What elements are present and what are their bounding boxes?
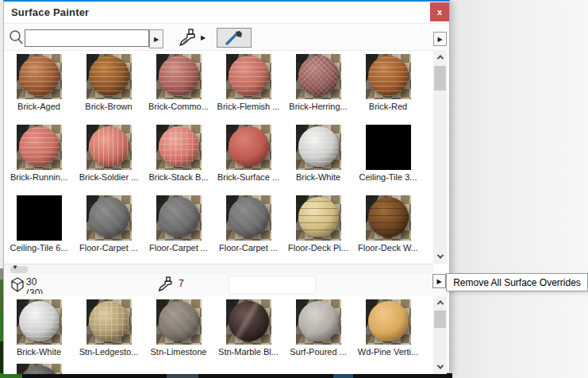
material-thumb bbox=[296, 195, 341, 241]
surface-count-sub: (30) bbox=[26, 287, 43, 294]
splitter-handle[interactable]: ▼ bbox=[10, 266, 28, 273]
material-thumb bbox=[296, 125, 341, 170]
scroll-up-icon[interactable] bbox=[433, 51, 447, 64]
brush-menu-arrow-icon[interactable]: ▶ bbox=[201, 34, 206, 41]
material-tile[interactable]: Brick-White bbox=[283, 125, 353, 195]
material-sphere bbox=[298, 197, 339, 237]
material-sphere bbox=[159, 197, 199, 237]
material-tile[interactable]: Brick-Flemish ... bbox=[213, 54, 283, 125]
material-label: Floor-Carpet ... bbox=[74, 243, 144, 253]
material-thumb bbox=[86, 299, 132, 345]
paint-brush-icon[interactable] bbox=[177, 29, 199, 51]
material-sphere bbox=[368, 56, 409, 96]
palette-splitter[interactable]: ▼ bbox=[4, 264, 433, 274]
statusbar-flyout-button[interactable]: ▶ bbox=[432, 274, 446, 288]
material-sphere bbox=[298, 56, 339, 96]
material-thumb bbox=[296, 299, 341, 345]
material-sphere bbox=[159, 126, 199, 167]
material-sphere bbox=[368, 301, 409, 341]
material-thumb bbox=[366, 125, 411, 170]
material-sphere bbox=[159, 56, 199, 96]
material-tile[interactable]: Brick-Runnin... bbox=[4, 125, 74, 195]
close-icon[interactable]: x bbox=[430, 2, 449, 21]
material-thumb bbox=[226, 195, 271, 241]
search-input[interactable] bbox=[25, 29, 149, 47]
material-tile[interactable]: Brick-Red bbox=[353, 54, 423, 125]
material-label: Ceiling-Tile 6... bbox=[4, 243, 74, 253]
material-tile[interactable]: Brick-White bbox=[4, 299, 74, 364]
material-label: Brick-Surface ... bbox=[213, 172, 283, 182]
material-thumb bbox=[17, 125, 62, 170]
titlebar[interactable]: Surface Painter x bbox=[4, 2, 449, 24]
scroll-thumb[interactable] bbox=[434, 310, 446, 328]
material-tile[interactable]: Floor-Deck W... bbox=[353, 195, 423, 264]
surface-count: 30 (30) bbox=[26, 276, 43, 294]
material-tile[interactable]: Brick-Aged bbox=[4, 54, 74, 125]
eyedropper-button[interactable] bbox=[217, 28, 252, 48]
material-tile[interactable]: Brick-Surface ... bbox=[213, 125, 283, 195]
material-label: Stn-Limestone bbox=[144, 347, 213, 357]
palette-flyout-button[interactable]: ▶ bbox=[433, 32, 447, 46]
material-label: Brick-Brown bbox=[74, 102, 144, 111]
material-tile[interactable] bbox=[4, 364, 74, 374]
status-field[interactable] bbox=[229, 276, 316, 294]
material-label: Brick-Herring... bbox=[283, 102, 353, 111]
statusbar: 30 (30) 7 bbox=[4, 274, 447, 296]
material-sphere bbox=[89, 301, 129, 341]
material-tile[interactable]: Surf-Poured ... bbox=[283, 299, 353, 364]
material-tile[interactable]: Brick-Stack B... bbox=[144, 125, 213, 195]
material-sphere bbox=[298, 301, 339, 341]
material-tile[interactable]: Stn-Ledgesto... bbox=[74, 299, 144, 364]
material-thumb bbox=[366, 195, 411, 241]
material-thumb bbox=[156, 195, 202, 241]
collapse-arrow-icon: ▼ bbox=[12, 264, 18, 271]
material-thumb bbox=[296, 54, 341, 99]
scroll-thumb[interactable] bbox=[434, 66, 446, 91]
material-thumb bbox=[86, 195, 132, 241]
material-thumb bbox=[17, 364, 62, 374]
scrollbar-top[interactable] bbox=[433, 51, 447, 264]
material-thumb bbox=[17, 195, 62, 241]
material-sphere bbox=[19, 126, 60, 167]
scroll-down-icon[interactable] bbox=[433, 361, 447, 373]
material-tile[interactable]: Brick-Commo... bbox=[144, 54, 213, 125]
surface-catalog-top: Brick-AgedBrick-BrownBrick-Commo...Brick… bbox=[4, 51, 433, 264]
material-thumb bbox=[86, 54, 132, 99]
material-label: Surf-Poured ... bbox=[283, 347, 353, 357]
material-thumb bbox=[156, 299, 202, 345]
material-thumb bbox=[156, 125, 202, 170]
material-label: Brick-White bbox=[4, 347, 74, 357]
menu-item-remove-all-overrides[interactable]: Remove All Surface Overrides bbox=[447, 274, 587, 291]
material-tile[interactable]: Floor-Carpet ... bbox=[213, 195, 283, 264]
material-sphere bbox=[298, 126, 339, 167]
material-tile[interactable]: Brick-Herring... bbox=[283, 54, 353, 125]
material-tile[interactable]: Floor-Carpet ... bbox=[144, 195, 213, 264]
material-tile[interactable]: Ceiling-Tile 3... bbox=[353, 125, 423, 195]
material-tile[interactable]: Floor-Deck Pi... bbox=[283, 195, 353, 264]
material-thumb bbox=[86, 125, 132, 170]
material-sphere bbox=[89, 126, 129, 167]
material-sphere bbox=[368, 197, 409, 237]
material-label: Floor-Carpet ... bbox=[144, 243, 213, 253]
material-tile[interactable]: Stn-Marble Bl... bbox=[213, 299, 283, 364]
material-label: Brick-White bbox=[283, 172, 353, 182]
material-tile[interactable]: Wd-Pine Verti... bbox=[353, 299, 423, 364]
scrollbar-bottom[interactable] bbox=[433, 296, 447, 374]
material-thumb bbox=[226, 299, 271, 345]
material-thumb bbox=[226, 125, 271, 170]
material-tile[interactable]: Floor-Carpet ... bbox=[74, 195, 144, 264]
material-sphere bbox=[19, 365, 60, 374]
material-tile[interactable]: Stn-Limestone bbox=[144, 299, 213, 364]
scroll-up-icon[interactable] bbox=[433, 296, 447, 309]
search-icon bbox=[9, 29, 24, 48]
material-sphere bbox=[229, 56, 269, 96]
material-tile[interactable]: Brick-Brown bbox=[74, 54, 144, 125]
search-expand-button[interactable]: ▶ bbox=[149, 29, 163, 48]
material-tile[interactable]: Ceiling-Tile 6... bbox=[4, 195, 74, 264]
material-sphere bbox=[229, 197, 269, 237]
material-sphere bbox=[19, 56, 60, 96]
toolbar: ▶ ▶ ▶ bbox=[4, 25, 449, 51]
material-tile[interactable]: Brick-Soldier ... bbox=[74, 125, 144, 195]
material-label: Brick-Aged bbox=[4, 102, 74, 111]
scroll-down-icon[interactable] bbox=[433, 250, 447, 263]
